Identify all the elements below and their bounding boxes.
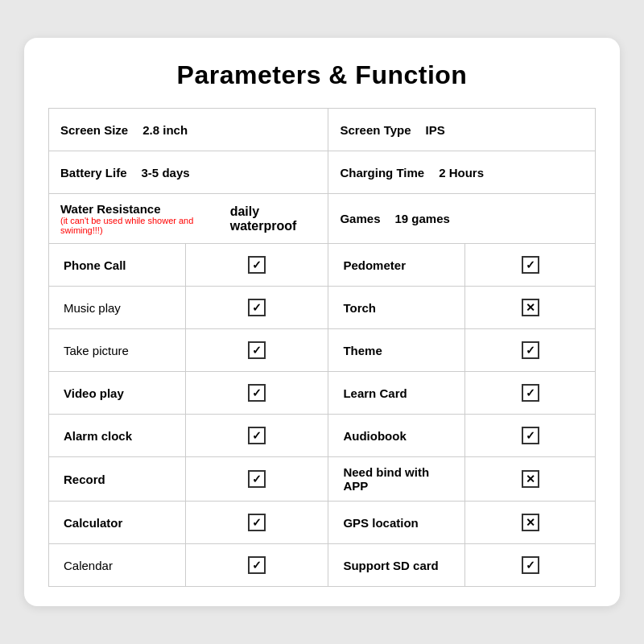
feat-left-label-0: Phone Call [49,244,186,287]
feat-right-check-2 [465,329,596,372]
feat-right-check-0 [465,244,596,287]
param-left-label-0: Screen Size [60,123,128,137]
param-left-2: Water Resistance(it can't be used while … [49,194,328,244]
feat-left-check-0 [185,244,328,287]
table-row: Music playTorch [49,287,596,329]
param-right-value-0: IPS [426,123,445,137]
feat-left-label-1: Music play [49,287,186,329]
feat-left-check-6 [185,502,328,544]
feat-left-label-2: Take picture [49,329,186,372]
feat-right-check-4 [465,415,596,457]
check-icon [248,384,266,402]
param-left-value-0: 2.8 inch [142,123,188,137]
feat-right-check-6 [465,502,596,544]
cross-icon [522,299,539,316]
feat-left-check-3 [185,372,328,415]
param-right-0: Screen TypeIPS [328,109,596,151]
main-card: Parameters & Function Screen Size2.8 inc… [24,38,620,606]
feat-right-label-3: Learn Card [328,372,465,415]
feat-left-check-7 [185,544,328,587]
check-icon [248,256,266,274]
table-row: Video playLearn Card [49,372,596,415]
param-left-value-1: 3-5 days [142,166,190,180]
param-left-1: Battery Life3-5 days [49,151,328,194]
check-icon [248,556,266,574]
param-right-label-2: Games [340,212,380,225]
check-icon [248,427,266,444]
params-table: Screen Size2.8 inchScreen TypeIPSBattery… [48,108,596,587]
param-left-label-1: Battery Life [60,166,127,180]
feat-left-label-5: Record [49,457,186,502]
check-icon [522,556,539,574]
feat-right-label-1: Torch [328,287,465,329]
feat-right-label-6: GPS location [328,502,465,544]
feat-left-check-2 [185,329,328,372]
feat-right-label-7: Support SD card [328,544,465,587]
feat-right-check-5 [465,457,596,502]
cross-icon [522,514,539,531]
check-icon [522,384,539,402]
param-right-label-0: Screen Type [340,123,411,137]
param-right-label-1: Charging Time [340,166,424,180]
feat-left-label-3: Video play [49,372,186,415]
feat-right-label-0: Pedometer [328,244,465,287]
param-left-value-2: daily waterproof [230,204,317,233]
table-row: RecordNeed bind with APP [49,457,596,502]
param-left-label-2: Water Resistance(it can't be used while … [60,202,216,235]
feat-right-check-3 [465,372,596,415]
feat-left-check-4 [185,415,328,457]
check-icon [248,470,266,488]
feat-right-check-1 [465,287,596,329]
feat-left-label-6: Calculator [49,502,186,544]
param-right-value-2: 19 games [394,212,449,225]
cross-icon [522,470,539,488]
check-icon [522,341,539,359]
table-row: CalculatorGPS location [49,502,596,544]
table-row: Phone CallPedometer [49,244,596,287]
feat-left-check-5 [185,457,328,502]
feat-right-label-4: Audiobook [328,415,465,457]
feat-left-label-7: Calendar [49,544,186,587]
check-icon [522,427,539,444]
param-right-1: Charging Time2 Hours [328,151,596,194]
feat-left-check-1 [185,287,328,329]
table-row: Take pictureTheme [49,329,596,372]
page-title: Parameters & Function [48,60,596,90]
param-right-value-1: 2 Hours [439,166,484,180]
check-icon [248,299,266,316]
param-right-2: Games19 games [328,194,596,244]
param-left-0: Screen Size2.8 inch [49,109,328,151]
feat-right-label-2: Theme [328,329,465,372]
feat-right-label-5: Need bind with APP [328,457,465,502]
check-icon [522,256,539,274]
check-icon [248,514,266,531]
table-row: CalendarSupport SD card [49,544,596,587]
feat-left-label-4: Alarm clock [49,415,186,457]
check-icon [248,341,266,359]
feat-right-check-7 [465,544,596,587]
table-row: Alarm clockAudiobook [49,415,596,457]
